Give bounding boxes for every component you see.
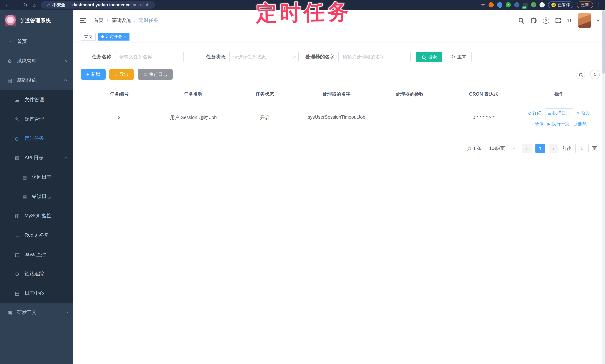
table-tools: ↻: [576, 70, 600, 79]
forward-icon[interactable]: →: [13, 2, 20, 8]
job-log-link[interactable]: ≣ 执行日志: [545, 108, 573, 118]
edit-link[interactable]: ✎ 修改: [577, 110, 590, 116]
sidebar-item-log-center[interactable]: ▤ 日志中心: [0, 284, 73, 303]
search-icon[interactable]: [518, 18, 524, 23]
edit-icon: ✎: [14, 116, 20, 122]
extension-icon-drop[interactable]: [496, 1, 503, 9]
search-button-label: 搜索: [428, 54, 437, 60]
back-icon[interactable]: ←: [4, 2, 11, 8]
col-job-name: 任务名称: [158, 86, 229, 103]
sidebar-item-file-manage[interactable]: ☁ 文件管理: [0, 90, 73, 109]
pause-link-label: 暂停: [535, 121, 544, 127]
add-button[interactable]: + 新增: [81, 69, 106, 80]
run-once-link[interactable]: ▶ 执行一次: [548, 121, 570, 127]
sidebar-item-java-monitor[interactable]: ▢ Java 监控: [0, 245, 73, 264]
cell-handler-name: sysUserSessionTimeoutJob: [301, 103, 373, 132]
page-unit-label: 页: [592, 145, 597, 152]
database-icon: ▥: [14, 213, 20, 219]
cell-job-name: 用户 Session 超时 Job: [158, 103, 229, 132]
extensions-puzzle-icon[interactable]: [539, 2, 545, 7]
sidebar-item-label: 链路追踪: [25, 271, 44, 277]
extension-icon-dark[interactable]: on: [523, 2, 528, 7]
reset-button[interactable]: ↻ 重置: [446, 52, 472, 62]
extension-icon-leaf[interactable]: [531, 2, 536, 7]
browser-menu-icon[interactable]: ⋮: [596, 2, 601, 8]
sidebar-item-label: 首页: [17, 38, 27, 45]
detail-link[interactable]: ⊙ 详细: [528, 110, 541, 116]
fullscreen-icon[interactable]: [555, 18, 561, 23]
sidebar-item-error-log[interactable]: ▤ 错误日志: [0, 187, 73, 206]
sidebar-item-system[interactable]: ⚙ 系统管理: [0, 51, 73, 71]
jobs-table: 任务编号 任务名称 任务状态 处理器的名字 处理器的参数 CRON 表达式 操作…: [81, 86, 598, 132]
sidebar-item-home[interactable]: ◔ 首页: [0, 32, 73, 51]
sidebar-item-infra[interactable]: ▤ 基础设施: [0, 71, 73, 90]
scrollbar-thumb[interactable]: [602, 10, 605, 74]
col-handler-name: 处理器的名字: [301, 86, 373, 103]
address-bar[interactable]: ⚠ 不安全 | dashboard.yudao.iocoder.cn/infra…: [41, 1, 155, 9]
tab-scheduled-job[interactable]: 定时任务 ×: [98, 33, 130, 40]
github-icon[interactable]: [530, 17, 536, 24]
sidebar-item-redis-monitor[interactable]: ≣ Redis 监控: [0, 225, 73, 245]
page-scrollbar[interactable]: [602, 10, 605, 364]
breadcrumb-infra[interactable]: 基础设施: [111, 17, 131, 24]
sidebar-item-label: 日志中心: [25, 290, 44, 297]
extension-icon-orange[interactable]: [488, 2, 494, 7]
page-content: 任务名称 任务状态 请选择任务状态 处理器的名字 搜索 ↻ 重置: [73, 42, 605, 364]
document-icon: ▤: [14, 155, 20, 160]
goto-page-input[interactable]: [575, 143, 589, 153]
page-size-select[interactable]: 10条/页: [485, 143, 518, 153]
toggle-search-button[interactable]: [576, 70, 585, 79]
col-job-id: 任务编号: [81, 86, 158, 103]
play-icon: ▶: [548, 121, 551, 126]
extension-on-badge: on: [522, 6, 526, 9]
reload-icon[interactable]: ↻: [22, 2, 29, 8]
sidebar-item-label: 系统管理: [17, 58, 37, 64]
sidebar-toggle-icon[interactable]: [80, 18, 86, 23]
app-logo[interactable]: 芋道管理系统: [0, 10, 73, 32]
bookmark-star-icon[interactable]: ☆: [481, 2, 485, 8]
export-button[interactable]: ↓ 导出: [109, 69, 134, 80]
plus-icon: +: [86, 72, 89, 77]
prev-page-button[interactable]: ‹: [522, 143, 531, 153]
browser-update-button[interactable]: 更新: [577, 1, 593, 8]
search-button[interactable]: 搜索: [416, 52, 442, 62]
breadcrumb-home[interactable]: 首页: [94, 17, 104, 24]
refresh-button[interactable]: ↻: [590, 70, 600, 79]
security-label: 不安全: [53, 2, 65, 8]
handler-name-input[interactable]: [338, 52, 411, 62]
sidebar-item-mysql-monitor[interactable]: ▥ MySQL 监控: [0, 206, 73, 225]
security-indicator[interactable]: ⚠ 不安全: [47, 2, 65, 8]
next-page-button[interactable]: ›: [549, 143, 558, 153]
home-icon[interactable]: ⌂: [30, 2, 38, 8]
delete-link[interactable]: ⊟ 删除: [573, 121, 587, 127]
search-icon: [579, 73, 582, 76]
extension-icon-green[interactable]: ✓: [506, 2, 511, 7]
total-count: 共 1 条: [467, 145, 482, 152]
main-area: 首页 / 基础设施 / 定时任务 ? тT ▾ 首页: [73, 10, 605, 364]
font-size-icon[interactable]: тT: [567, 17, 572, 24]
page-number-button[interactable]: 1: [535, 143, 545, 153]
pause-link[interactable]: × 暂停: [531, 121, 544, 127]
job-status-select[interactable]: 请选择任务状态: [229, 52, 299, 62]
profile-paused-badge[interactable]: ☺ 已暂停: [548, 1, 573, 8]
help-icon[interactable]: ?: [543, 17, 549, 24]
browser-nav: ← → ↻ ⌂: [0, 2, 38, 8]
sidebar-item-dev-tools[interactable]: ▣ 研发工具: [0, 303, 73, 322]
sidebar-item-scheduled-job[interactable]: ◷ 定时任务: [0, 129, 73, 148]
close-icon[interactable]: ×: [124, 34, 126, 39]
exec-log-button[interactable]: ≣ 执行日志: [138, 69, 173, 80]
sidebar-item-label: MySQL 监控: [25, 212, 52, 219]
sidebar-item-access-log[interactable]: ▤ 访问日志: [0, 167, 73, 187]
extension-icon-blue[interactable]: [514, 2, 519, 7]
sidebar-item-api-log[interactable]: ▤ API 日志: [0, 148, 73, 167]
tab-home[interactable]: 首页: [81, 33, 96, 40]
edit-link-label: 修改: [581, 110, 590, 116]
user-menu-caret-icon[interactable]: ▾: [597, 18, 599, 23]
job-name-input[interactable]: [115, 52, 184, 62]
cell-job-id: 3: [81, 103, 158, 132]
sidebar-item-config-manage[interactable]: ✎ 配置管理: [0, 109, 73, 129]
avatar[interactable]: [578, 13, 591, 28]
monitor-icon: ▢: [14, 252, 20, 257]
breadcrumb-current: 定时任务: [139, 17, 158, 24]
sidebar-item-trace[interactable]: ⊙ 链路追踪: [0, 264, 73, 284]
